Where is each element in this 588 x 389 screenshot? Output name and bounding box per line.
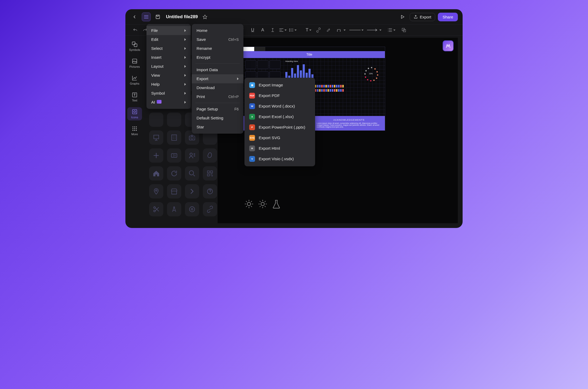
icon-cell-disc[interactable] <box>185 202 199 216</box>
export-image[interactable]: ▣Export Image <box>244 80 315 90</box>
brand-badge[interactable] <box>443 40 454 51</box>
word-icon: W <box>249 103 255 109</box>
link-button[interactable] <box>314 26 323 34</box>
svg-point-20 <box>134 130 135 131</box>
icon-cell-search[interactable] <box>185 166 199 181</box>
menu-ai[interactable]: AI <box>146 98 191 107</box>
text-effect-button[interactable] <box>268 26 277 34</box>
star-button[interactable] <box>200 12 209 21</box>
export-powerpoint[interactable]: PExport PowerPoint (.pptx) <box>244 122 315 133</box>
menu-insert[interactable]: Insert <box>146 53 191 62</box>
menu-save[interactable]: SaveCtrl+S <box>192 35 243 44</box>
doc-tab[interactable] <box>254 47 265 51</box>
icon-cell-penguin[interactable] <box>203 148 217 163</box>
underline-button[interactable]: U <box>248 26 257 34</box>
menu-symbol[interactable]: Symbol <box>146 89 191 98</box>
svg-point-40 <box>261 202 264 206</box>
menu-label: Star <box>197 125 204 129</box>
doc-tab[interactable] <box>243 47 254 51</box>
icon-cell-refresh[interactable] <box>167 166 181 181</box>
text-tool[interactable]: T <box>304 26 313 34</box>
back-button[interactable] <box>130 12 139 21</box>
icon-cell-plus[interactable] <box>149 148 163 163</box>
menu-layout[interactable]: Layout <box>146 62 191 71</box>
icon-cell-presentation[interactable] <box>149 130 163 145</box>
save-icon[interactable] <box>153 12 162 21</box>
menu-edit[interactable]: Edit <box>146 35 191 44</box>
icon-cell-pin[interactable] <box>149 184 163 198</box>
align-button[interactable] <box>278 26 287 34</box>
menu-star[interactable]: Star <box>192 123 243 132</box>
play-button[interactable] <box>398 12 407 21</box>
menu-default-setting[interactable]: Default Setting <box>192 114 243 123</box>
ai-badge-icon <box>157 100 161 104</box>
menu-view[interactable]: View <box>146 71 191 80</box>
icon-cell-home[interactable] <box>149 166 163 181</box>
layers-button[interactable] <box>399 26 408 34</box>
svg-rect-29 <box>207 171 209 173</box>
nav-pictures[interactable]: Pictures <box>127 57 142 70</box>
icon-cell-compass[interactable] <box>167 202 181 216</box>
stroke-style-button[interactable] <box>349 26 364 34</box>
arrow-style-button[interactable] <box>365 26 383 34</box>
share-button[interactable]: Share <box>438 13 458 21</box>
menu-help[interactable]: Help <box>146 80 191 89</box>
icon-cell-qr[interactable] <box>203 166 217 181</box>
menu-label: Layout <box>151 64 164 69</box>
menu-label: Export Excel (.xlsx) <box>259 114 294 119</box>
menu-export[interactable]: Export <box>192 74 243 83</box>
export-excel[interactable]: XExport Excel (.xlsx) <box>244 111 315 122</box>
icon-cell[interactable] <box>167 113 181 127</box>
brand-icon <box>445 43 451 49</box>
eyedropper-tool[interactable] <box>324 26 333 34</box>
export-html[interactable]: HExport Html <box>244 143 315 154</box>
nav-symbols[interactable]: Symbols <box>127 40 142 53</box>
line-spacing-button[interactable] <box>288 26 297 34</box>
icon-cell-user[interactable] <box>185 148 199 163</box>
nav-label: More <box>131 133 138 136</box>
svg-icon: SVG <box>249 135 255 141</box>
menu-home[interactable]: Home <box>192 26 243 35</box>
icon-cell-building[interactable] <box>167 130 181 145</box>
chevron-right-icon <box>184 47 186 50</box>
menu-page-setup[interactable]: Page SetupF6 <box>192 105 243 114</box>
list-button[interactable] <box>384 26 398 34</box>
image-icon: ▣ <box>249 82 255 88</box>
nav-text[interactable]: Text <box>127 90 142 104</box>
connector-tool[interactable] <box>334 26 348 34</box>
document-title[interactable]: Untitled file289 <box>166 14 198 20</box>
undo-button[interactable] <box>131 26 140 34</box>
menu-download[interactable]: Download <box>192 83 243 92</box>
shortcut: F6 <box>234 107 239 111</box>
font-color-button[interactable]: A <box>258 26 267 34</box>
svg-rect-26 <box>172 154 177 157</box>
menu-import-data[interactable]: Import Data <box>192 65 243 74</box>
icon-cell[interactable] <box>149 113 163 127</box>
nav-more[interactable]: More <box>127 124 142 137</box>
svg-point-19 <box>133 130 134 131</box>
pictures-icon <box>132 58 138 64</box>
main-menu-button[interactable] <box>142 12 151 21</box>
svg-rect-0 <box>156 15 160 19</box>
export-visio[interactable]: VExport Visio (.vsdx) <box>244 154 315 164</box>
chevron-right-icon <box>184 56 186 59</box>
export-pdf[interactable]: PDFExport PDF <box>244 90 315 101</box>
icon-cell-scissors[interactable] <box>149 202 163 216</box>
icon-cell-store[interactable] <box>167 184 181 198</box>
export-button[interactable]: Export <box>410 13 435 21</box>
icon-cell-help[interactable] <box>203 184 217 198</box>
export-svg[interactable]: SVGExport SVG <box>244 133 315 143</box>
menu-rename[interactable]: Rename <box>192 44 243 53</box>
menu-file[interactable]: File <box>146 26 191 35</box>
menu-print[interactable]: PrintCtrl+P <box>192 92 243 101</box>
nav-graphs[interactable]: Graphs <box>127 74 142 87</box>
menu-encrypt[interactable]: Encrypt <box>192 53 243 62</box>
icon-cell-chevron[interactable] <box>185 184 199 198</box>
export-word[interactable]: WExport Word (.docx) <box>244 101 315 111</box>
icon-cell-currency[interactable] <box>167 148 181 163</box>
shortcut: Ctrl+P <box>228 95 239 99</box>
ack-title: ACKNOWLEDGEMENTS <box>317 119 381 121</box>
icon-cell-link[interactable] <box>203 202 217 216</box>
nav-icons[interactable]: Icons <box>127 107 142 120</box>
menu-select[interactable]: Select <box>146 44 191 53</box>
